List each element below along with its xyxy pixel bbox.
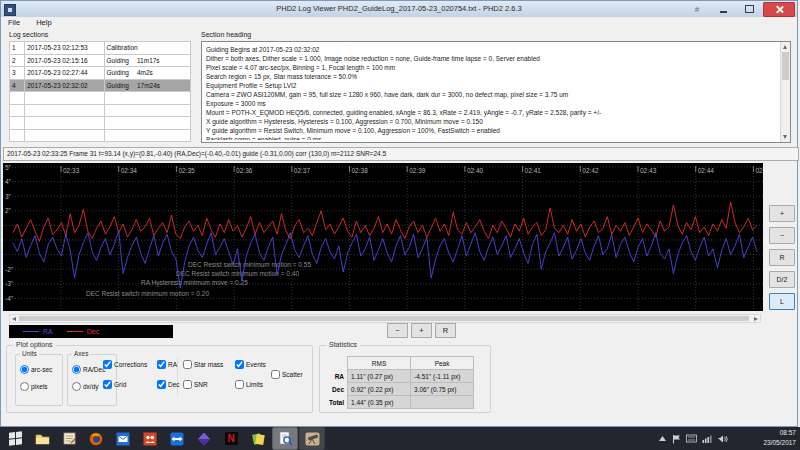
- taskbar-firefox[interactable]: [84, 428, 108, 449]
- checkbox-star-mass[interactable]: [183, 360, 192, 369]
- chart-zoom-button-0[interactable]: −: [387, 323, 408, 338]
- axes-option[interactable]: dx/dy: [72, 382, 99, 391]
- taskbar-documents[interactable]: [246, 428, 270, 449]
- documents-icon: [251, 432, 266, 446]
- checkbox-events[interactable]: [235, 360, 244, 369]
- plot-option-events[interactable]: Events: [235, 360, 266, 369]
- svg-text:02:37: 02:37: [294, 167, 311, 174]
- chart-h-scrollbar[interactable]: [9, 314, 761, 323]
- menu-help[interactable]: Help: [29, 17, 58, 28]
- netflix-icon: N: [225, 432, 238, 445]
- log-sections-table[interactable]: 12017-05-23 02:12:53Calibration22017-05-…: [9, 41, 191, 142]
- people-icon: [143, 432, 157, 446]
- svg-text:2": 2": [5, 207, 12, 214]
- chart-side-button-[interactable]: −: [769, 227, 795, 244]
- start-button[interactable]: [3, 428, 27, 449]
- checkbox-grid[interactable]: [103, 380, 112, 389]
- log-section-row[interactable]: 42017-05-23 02:32:02Guiding17m24s: [10, 79, 191, 92]
- svg-text:02:44: 02:44: [698, 167, 715, 174]
- maximize-button[interactable]: [737, 3, 761, 16]
- section-heading-scrollbar[interactable]: [780, 42, 790, 142]
- log-section-row[interactable]: 22017-05-23 02:15:16Guiding11m17s: [10, 54, 191, 67]
- section-heading-line: Mount = POTH-X_EQMOD HEQ5/6, connected, …: [206, 108, 778, 117]
- log-section-row[interactable]: [10, 129, 191, 142]
- taskbar-teamviewer[interactable]: [165, 428, 189, 449]
- minimize-button[interactable]: [711, 3, 735, 16]
- plot-option-snr[interactable]: SNR: [183, 380, 208, 389]
- axes-radio-RADec[interactable]: [72, 365, 81, 374]
- volume-icon[interactable]: [717, 434, 728, 444]
- svg-text:3": 3": [5, 193, 12, 200]
- close-button[interactable]: [763, 2, 795, 17]
- taskbar-people[interactable]: [138, 428, 162, 449]
- chart-side-button-[interactable]: +: [769, 205, 795, 222]
- svg-text:02:33: 02:33: [63, 167, 80, 174]
- plot-option-grid[interactable]: Grid: [103, 380, 126, 389]
- checkbox-scatter[interactable]: [271, 370, 280, 379]
- plot-option-ra[interactable]: RA: [157, 360, 177, 369]
- plot-option-star-mass[interactable]: Star mass: [183, 360, 223, 369]
- section-heading-line: Search region = 15 px, Star mass toleran…: [206, 72, 778, 81]
- plot-option-dec[interactable]: Dec: [157, 380, 180, 389]
- taskbar-diamond-app[interactable]: [192, 428, 216, 449]
- units-option[interactable]: arc-sec: [20, 365, 52, 374]
- hash-icon: #: [685, 3, 709, 16]
- guiding-chart[interactable]: 02:3302:3402:3502:3602:3702:3802:3902:40…: [3, 163, 763, 311]
- checkbox-ra[interactable]: [157, 360, 166, 369]
- svg-text:DEC Resist switch minimum moti: DEC Resist switch minimum motion = 0.40: [176, 270, 299, 277]
- checkbox-limits[interactable]: [235, 380, 244, 389]
- log-section-row[interactable]: [10, 92, 191, 105]
- plot-option-corrections[interactable]: Corrections: [103, 360, 147, 369]
- taskbar-file-explorer[interactable]: [30, 428, 54, 449]
- log-section-row[interactable]: [10, 104, 191, 117]
- taskbar-notes-app[interactable]: [57, 428, 81, 449]
- menu-file[interactable]: File: [1, 17, 27, 28]
- chart-legend: RA Dec: [9, 325, 173, 338]
- chart-side-button-l[interactable]: L: [769, 293, 795, 310]
- chart-zoom-button-1[interactable]: +: [411, 323, 432, 338]
- chart-zoom-button-2[interactable]: R: [435, 323, 456, 338]
- h-scrollbar-thumb[interactable]: [19, 316, 749, 321]
- action-center-flag-icon[interactable]: [672, 434, 681, 444]
- units-radio-pixels[interactable]: [20, 382, 29, 391]
- svg-text:02:34: 02:34: [121, 167, 138, 174]
- log-section-row[interactable]: 32017-05-23 02:27:44Guiding4m2s: [10, 67, 191, 80]
- svg-text:-4": -4": [5, 295, 14, 302]
- title-bar[interactable]: PHD2 Log Viewer PHD2_GuideLog_2017-05-23…: [1, 1, 797, 18]
- svg-text:02:41: 02:41: [525, 167, 542, 174]
- hidden-icons-icon[interactable]: [658, 435, 667, 443]
- log-section-row[interactable]: [10, 117, 191, 130]
- scrollbar-thumb[interactable]: [782, 52, 789, 80]
- statistics-label: Statistics: [326, 341, 360, 348]
- phd2-log-viewer-window: PHD2 Log Viewer PHD2_GuideLog_2017-05-23…: [0, 0, 798, 427]
- taskbar-phd2-log-viewer[interactable]: [273, 428, 297, 449]
- taskbar-netflix[interactable]: N: [219, 428, 243, 449]
- checkbox-corrections[interactable]: [103, 360, 112, 369]
- units-option[interactable]: pixels: [20, 382, 48, 391]
- options-divider: [177, 358, 178, 396]
- legend-ra-label: RA: [43, 328, 53, 335]
- axes-option[interactable]: RA/Dec: [72, 365, 105, 374]
- chart-side-button-d2[interactable]: D/2: [769, 271, 795, 288]
- axes-label: Axes: [72, 350, 90, 357]
- firefox-icon: [89, 432, 103, 446]
- plot-option-scatter[interactable]: Scatter: [271, 370, 303, 379]
- units-radio-arcsec[interactable]: [20, 365, 29, 374]
- checkbox-snr[interactable]: [183, 380, 192, 389]
- taskbar-mail[interactable]: [111, 428, 135, 449]
- touch-keyboard-icon[interactable]: [686, 434, 697, 443]
- svg-text:02:35: 02:35: [178, 167, 195, 174]
- plot-option-limits[interactable]: Limits: [235, 380, 263, 389]
- section-heading-line: Guiding Begins at 2017-05-23 02:32:02: [206, 45, 778, 54]
- folder-icon: [35, 432, 50, 445]
- taskbar-phd2-guiding[interactable]: [300, 428, 324, 449]
- chart-side-button-r[interactable]: R: [769, 249, 795, 266]
- log-sections-label: Log sections: [9, 31, 48, 38]
- taskbar-clock[interactable]: 08:57 23/05/2017: [734, 428, 796, 448]
- checkbox-dec[interactable]: [157, 380, 166, 389]
- network-signal-icon[interactable]: [702, 434, 712, 443]
- svg-text:02:36: 02:36: [236, 167, 253, 174]
- svg-text:DEC Resist switch minimum moti: DEC Resist switch minimum motion = 0.55: [188, 261, 311, 268]
- log-section-row[interactable]: 12017-05-23 02:12:53Calibration: [10, 42, 191, 55]
- axes-radio-dxdy[interactable]: [72, 382, 81, 391]
